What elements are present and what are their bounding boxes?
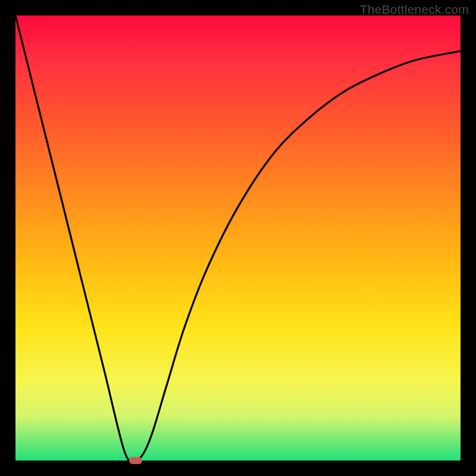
watermark-text: TheBottleneck.com bbox=[360, 2, 469, 17]
plot-area bbox=[15, 15, 461, 461]
chart-frame: TheBottleneck.com bbox=[0, 0, 476, 476]
optimal-point-marker bbox=[129, 457, 142, 464]
bottleneck-curve bbox=[15, 15, 461, 461]
